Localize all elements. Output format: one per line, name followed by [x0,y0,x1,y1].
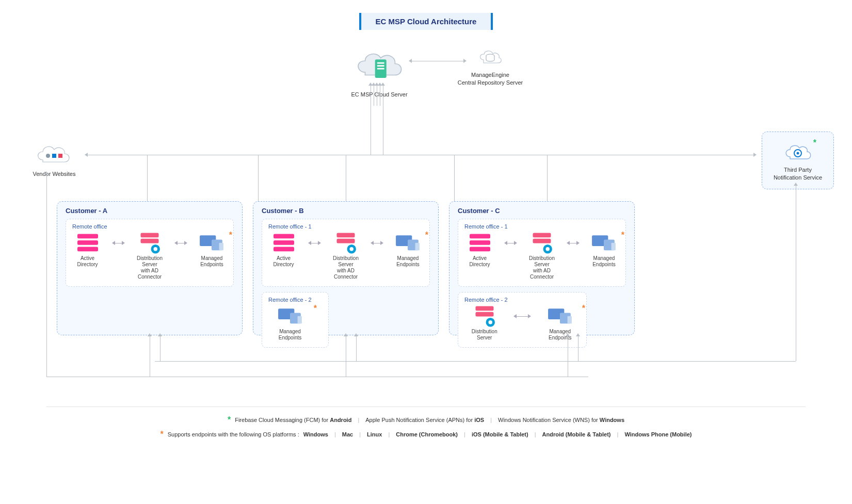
cloud-vendor-icon [23,140,85,168]
distribution-server-item: Distribution Serverwith AD Connector [330,233,361,280]
active-directory-item: Active Directory [464,233,495,268]
svg-point-45 [488,320,492,324]
svg-rect-42 [475,306,493,311]
svg-rect-6 [52,154,56,158]
legend-line-notifications: * Firebase Cloud Messaging (FCM) for And… [46,415,806,425]
asterisk-green-icon: * [813,138,816,148]
svg-rect-13 [140,233,158,237]
node-repo-server: ManageEngineCentral Repository Server [449,46,532,87]
legend-line-os: * Supports endpoints with the following … [46,430,806,439]
server-connector-icon [333,233,359,253]
customer-c-box: Customer - C Remote office - 1 Active Di… [449,201,635,335]
devices-icon [277,306,303,327]
footer-divider [46,407,806,407]
customer-b-box: Customer - B Remote office - 1 Active Di… [253,201,439,335]
active-directory-item: Active Directory [268,233,299,268]
svg-rect-41 [612,243,616,251]
managed-endpoints-item: * Managed Endpoints [197,233,227,268]
svg-point-9 [797,152,799,155]
node-label: ManageEngineCentral Repository Server [449,71,532,87]
svg-rect-21 [274,247,294,252]
asterisk-orange-icon: * [621,231,624,240]
customer-a-box: Customer - A Remote office Active Direct… [57,201,243,335]
server-stack-icon [271,233,297,253]
server-connector-icon [472,306,497,327]
svg-point-25 [349,247,353,251]
node-cloud-server: EC MSP Cloud Server [351,44,408,98]
node-label: EC MSP Cloud Server [351,91,408,99]
svg-rect-14 [140,238,158,243]
office-title: Remote office - 2 [268,297,322,303]
svg-rect-7 [58,154,62,158]
managed-endpoints-item: * Managed Endpoints [589,233,619,268]
devices-icon [547,306,573,327]
svg-rect-48 [568,316,572,324]
managed-endpoints-item: * Managed Endpoints [393,233,423,268]
office-title: Remote office [72,223,227,230]
svg-rect-3 [377,68,384,70]
architecture-diagram: EC MSP Cloud Architecture EC MSP Cloud S… [0,0,852,504]
asterisk-orange-icon: * [314,304,317,313]
distribution-server-item: Distribution Serverwith AD Connector [526,233,557,280]
node-vendor-websites: Vendor Websites [23,140,85,178]
node-label: Vendor Websites [23,170,85,178]
devices-icon [591,233,617,253]
svg-rect-10 [77,234,98,239]
svg-rect-43 [475,312,493,316]
distribution-server-item: Distribution Serverwith AD Connector [134,233,165,280]
server-stack-icon [75,233,101,253]
svg-rect-18 [219,243,223,251]
svg-rect-31 [298,316,302,324]
remote-office-box: Remote office - 1 Active Directory Distr… [262,219,430,287]
managed-endpoints-item: * Managed Endpoints [268,306,312,341]
remote-office-box: Remote office Active Directory Distribut… [66,219,234,287]
svg-rect-20 [274,240,294,245]
svg-rect-35 [533,233,551,237]
office-title: Remote office - 2 [464,297,580,303]
svg-rect-34 [470,247,490,252]
svg-rect-36 [533,238,551,243]
svg-rect-28 [415,243,420,251]
legend-footer: * Firebase Cloud Messaging (FCM) for And… [46,415,806,444]
svg-rect-19 [274,234,294,239]
managed-endpoints-item: * Managed Endpoints [540,306,580,341]
node-label: Third PartyNotification Service [767,166,828,182]
customer-title: Customer - C [458,207,626,215]
customer-title: Customer - A [66,207,234,215]
remote-office-box: Remote office - 1 Active Directory Distr… [458,219,626,287]
distribution-server-item: Distribution Server [464,306,504,341]
node-third-party: * Third PartyNotification Service [762,132,834,189]
svg-point-38 [545,247,550,251]
svg-rect-1 [377,62,384,64]
cloud-icon [351,44,408,89]
diagram-title: EC MSP Cloud Architecture [359,13,493,30]
devices-icon [199,233,224,253]
svg-rect-2 [377,65,384,67]
asterisk-orange-icon: * [425,231,428,240]
svg-rect-12 [77,247,98,252]
office-title: Remote office - 1 [268,223,423,230]
svg-rect-23 [336,238,355,243]
office-title: Remote office - 1 [464,223,619,230]
svg-point-5 [46,154,50,158]
cloud-gear-icon: * [782,139,813,164]
database-cloud-icon [449,46,532,69]
svg-rect-22 [336,233,355,237]
asterisk-orange-icon: * [160,430,164,439]
svg-rect-32 [470,234,490,239]
devices-icon [395,233,421,253]
server-connector-icon [137,233,163,253]
asterisk-green-icon: * [228,415,231,425]
asterisk-orange-icon: * [582,304,585,313]
svg-rect-11 [77,240,98,245]
remote-office-box: Remote office - 2 * Managed Endpoints [262,292,329,348]
server-connector-icon [529,233,555,253]
server-stack-icon [467,233,493,253]
customer-title: Customer - B [262,207,430,215]
active-directory-item: Active Directory [72,233,103,268]
svg-rect-33 [470,240,490,245]
asterisk-orange-icon: * [229,231,232,240]
